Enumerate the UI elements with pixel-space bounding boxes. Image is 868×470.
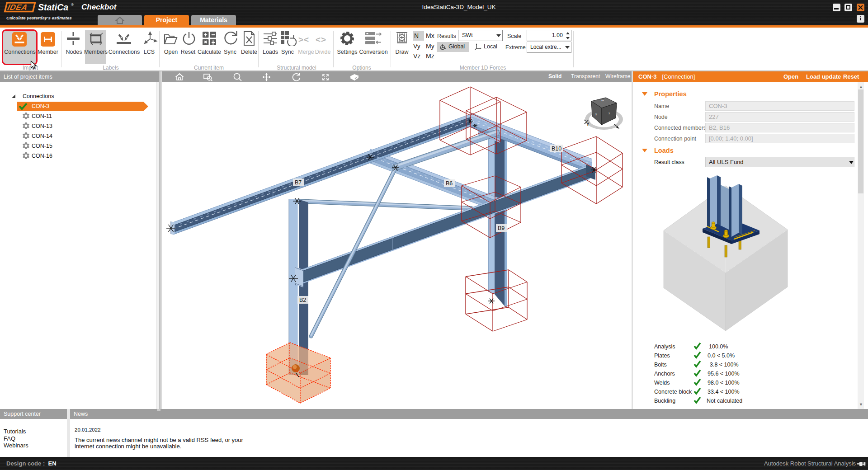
svg-text:Y: Y (586, 122, 590, 127)
svg-text:B10: B10 (552, 146, 561, 152)
svg-text:Calculate yesterday's estimate: Calculate yesterday's estimates (6, 15, 72, 20)
svg-text:↩: ↩ (601, 99, 604, 102)
svg-text:B7: B7 (295, 179, 302, 186)
svg-text:B6: B6 (446, 180, 453, 187)
svg-text:B2: B2 (299, 297, 306, 303)
svg-text:B9: B9 (498, 225, 505, 231)
